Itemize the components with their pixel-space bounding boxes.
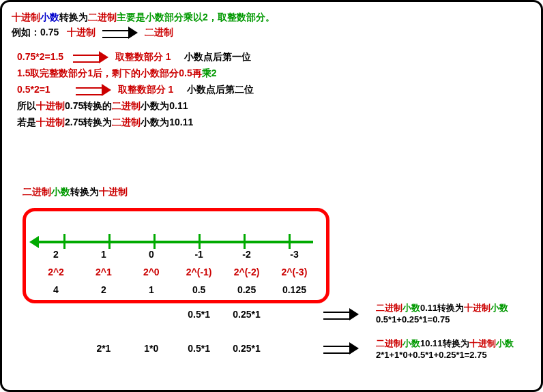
line: [33, 241, 313, 243]
text: 二进制: [112, 100, 141, 111]
row-value: 4 2 1 0.5 0.25 0.125: [33, 284, 320, 295]
intro-line-2: 例如：0.75 十进制 二进制: [12, 27, 531, 39]
text: 取整数部分 1: [115, 51, 171, 62]
step-3: 0.5*2=1 取整数部分 1 小数点后第二位: [17, 84, 531, 96]
text: 小数为0.11: [141, 100, 188, 111]
text: 十进制: [36, 100, 65, 111]
cell: 2^(-1): [177, 267, 222, 277]
text: 二进制: [376, 338, 402, 348]
text: 转换为: [59, 12, 88, 22]
arrow-right-icon: [323, 310, 359, 319]
text: 二进制: [145, 27, 173, 37]
text: 乘2: [202, 67, 217, 78]
text: 十进制: [469, 338, 496, 348]
text: 小数: [40, 12, 59, 22]
text: 十进制: [36, 117, 65, 127]
text: 0.75转换的: [65, 100, 112, 111]
arrow-right-icon: [76, 85, 111, 95]
cell: 0.25*1: [224, 309, 269, 320]
cell: 0: [129, 249, 174, 260]
text: 小数点后第一位: [184, 51, 251, 62]
text: 小数: [51, 186, 70, 197]
text: 二进制: [23, 186, 51, 197]
cell: 0.5*1: [177, 343, 222, 354]
cell: -3: [272, 249, 317, 260]
document-page: 十进制小数转换为二进制主要是小数部分乘以2，取整数部分。 例如：0.75 十进制…: [0, 0, 543, 392]
cell: -2: [224, 249, 269, 260]
text: 0.5*2=1: [17, 84, 50, 95]
example-2-text: 二进制小数10.11转换为十进制小数 2*1+1*0+0.5*1+0.25*1=…: [376, 337, 514, 360]
tick: [199, 234, 201, 249]
text: 二进制: [88, 12, 117, 22]
intro-line-1: 十进制小数转换为二进制主要是小数部分乘以2，取整数部分。: [12, 12, 531, 24]
text: 所以: [17, 100, 36, 111]
cell: 1: [81, 249, 126, 260]
text: 例如：0.75: [12, 27, 59, 37]
step-4: 所以十进制0.75转换的二进制小数为0.11: [17, 100, 531, 112]
cell: 0.5*1: [177, 309, 222, 320]
text: 小数为10.11: [141, 117, 193, 127]
tick: [63, 234, 65, 249]
cell: 0.25: [224, 284, 269, 295]
text: 十进制: [464, 303, 490, 313]
text: 二进制: [112, 117, 141, 127]
step-5: 若是十进制2.75转换为二进制小数为10.11: [17, 117, 531, 129]
step-1: 0.75*2=1.5 取整数部分 1 小数点后第一位: [17, 51, 531, 63]
text: 小数: [402, 338, 420, 348]
cell: 2^(-3): [272, 267, 317, 277]
cell: 2^1: [81, 267, 126, 277]
cell: 0.25*1: [224, 343, 269, 354]
tick: [289, 234, 291, 249]
text: 小数点后第二位: [187, 84, 254, 95]
tick: [108, 234, 111, 249]
tick: [153, 234, 156, 249]
text: 十进制: [12, 12, 40, 22]
tick: [244, 234, 246, 249]
step-2: 1.5取完整数部分1后，剩下的小数部分0.5再乘2: [17, 67, 531, 80]
text: 1.5取完整数部分1后，剩下的小数部分0.5再: [17, 67, 202, 78]
text: 十进制: [67, 27, 96, 37]
arrow-right-icon: [102, 28, 138, 37]
arrow-right-icon: [323, 344, 359, 353]
cell: 1*0: [129, 343, 174, 354]
cell: -1: [177, 249, 222, 260]
cell: 0.125: [272, 284, 317, 295]
cell: 2^0: [129, 267, 174, 277]
arrow-right-icon: [73, 52, 108, 62]
text: 0.5*1+0.25*1=0.75: [376, 314, 450, 325]
cell: 2*1: [81, 343, 126, 354]
text: 小数: [490, 303, 508, 313]
text: 取整数部分 1: [118, 84, 174, 95]
text: 10.11转换为: [420, 338, 469, 348]
text: 主要是小数部分乘以2，取整数部分。: [117, 12, 275, 22]
text: 0.75*2=1.5: [17, 51, 63, 62]
row-power: 2^2 2^1 2^0 2^(-1) 2^(-2) 2^(-3): [33, 267, 320, 277]
text: 0.11转换为: [420, 303, 464, 313]
cell: 4: [33, 284, 78, 295]
text: 十进制: [99, 186, 128, 197]
row-index: 2 1 0 -1 -2 -3: [33, 249, 320, 260]
text: 二进制: [376, 303, 402, 313]
cell: 1: [129, 284, 174, 295]
text: 转换为: [70, 186, 99, 197]
cell: 2^(-2): [224, 267, 269, 277]
cell: 2: [81, 284, 126, 295]
cell: 2^2: [33, 267, 78, 277]
text: 若是: [17, 117, 36, 127]
cell: 0.5: [177, 284, 222, 295]
cell: 2: [33, 249, 78, 260]
section-2-title: 二进制小数转换为十进制: [23, 186, 128, 198]
text: 小数: [402, 303, 420, 313]
text: 小数: [496, 338, 514, 348]
text: 2*1+1*0+0.5*1+0.25*1=2.75: [376, 350, 487, 360]
text: 2.75转换为: [65, 117, 112, 127]
example-1-text: 二进制小数0.11转换为十进制小数 0.5*1+0.25*1=0.75: [376, 302, 508, 325]
